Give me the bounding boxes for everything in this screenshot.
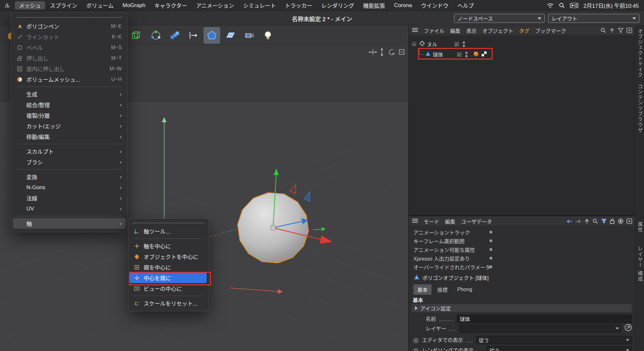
hamburger-menu-icon[interactable] [412,28,418,33]
dock-tab-layers[interactable]: レイヤー [637,246,643,268]
am-add-panel-icon[interactable] [627,218,632,224]
menubar-item-mograph[interactable]: MoGraph [118,1,150,10]
om-menu-tags[interactable]: タグ [519,27,529,34]
name-input[interactable] [457,315,632,323]
menu-item-polygon-pen[interactable]: ポリゴンペンM~E [13,21,126,32]
state-dot[interactable] [489,231,492,234]
icon-settings-group[interactable]: アイコン設定 [412,304,632,312]
blue-cubes-icon[interactable] [166,27,183,44]
submenu-item-center-to-parent[interactable]: 親を中心に [130,262,207,272]
om-filter-icon[interactable] [618,28,623,33]
flag-xpresso[interactable]: Xpresso 入出力設定あり [413,254,552,263]
flag-keyframe-selection[interactable]: キーフレーム選択範囲 [413,236,552,245]
menu-item-extrude[interactable]: 押し出しM~T [13,53,126,63]
tab-coordinates[interactable]: 座標 [433,284,451,295]
menubar-clock[interactable]: 2月17日(水) 午前10:45 [583,1,639,9]
menu-item-uv[interactable]: UV› [13,203,126,214]
menubar-item-mesh[interactable]: メッシュ [15,1,45,10]
submenu-item-center-axis[interactable]: 軸を中心に [130,241,207,251]
om-menu-objects[interactable]: オブジェクト [482,27,513,34]
flag-overridden[interactable]: オーバーライドされたパラメータ [413,263,552,271]
menubar-item-volume[interactable]: ボリューム [82,1,118,10]
menu-item-convert[interactable]: 変換› [13,171,126,182]
menu-tearoff-handle[interactable] [133,223,204,223]
menu-item-bevel[interactable]: ベベルM~S [13,42,126,53]
submenu-item-reset-scale[interactable]: スケールをリセット... [130,298,207,309]
parent-up-icon[interactable] [584,219,589,224]
dock-tab-content-browser[interactable]: コンテンツブラウザ [637,84,643,133]
material-tag-icon[interactable] [473,51,479,58]
override-ring-icon[interactable] [413,348,418,351]
menu-item-axis[interactable]: 軸› [13,218,126,229]
texture-tag-icon[interactable] [481,51,487,58]
visibility-dots[interactable] [465,52,468,57]
menu-item-ngons[interactable]: N-Gons› [13,182,126,193]
menubar-item-tracker[interactable]: トラッカー [281,1,317,10]
dock-tab-attributes[interactable]: 属性 [637,222,643,233]
menu-tearoff-handle[interactable] [16,17,122,18]
state-dot[interactable] [489,248,492,251]
am-menu-edit[interactable]: 編集 [445,217,455,225]
menubar-item-window[interactable]: ウインドウ [417,1,452,10]
atom-array-icon[interactable] [147,27,164,44]
control-center-icon[interactable] [570,3,578,8]
flag-animation-track[interactable]: アニメーショントラック [413,228,552,236]
menu-item-cut-edge[interactable]: カット/エッジ› [13,121,126,131]
om-add-panel-icon[interactable] [627,28,632,33]
wifi-icon[interactable] [547,3,554,8]
dock-tab-takes[interactable]: テイク [637,61,643,78]
om-menu-bookmarks[interactable]: ブックマーク [535,27,566,34]
om-menu-file[interactable]: ファイル [424,27,444,34]
history-back-icon[interactable] [566,219,572,224]
menu-item-normals[interactable]: 法線› [13,193,126,203]
dock-tab-structure[interactable]: 構成 [637,271,643,282]
record-state-icon[interactable] [618,218,623,224]
editor-visibility-dropdown[interactable]: 従う [476,336,632,344]
object-row-sphere[interactable]: 球体 [412,50,631,59]
am-filter-icon[interactable] [601,218,607,224]
override-ring-icon[interactable] [413,338,418,343]
gizmo-center-handle[interactable] [271,226,275,230]
history-forward-icon[interactable] [575,219,581,224]
layout-select[interactable]: レイアウト [548,14,639,23]
om-menu-edit[interactable]: 編集 [450,27,460,34]
light-bulb-icon[interactable] [260,27,276,44]
am-menu-mode[interactable]: モード [424,217,439,225]
om-up-level-icon[interactable] [609,28,615,33]
submenu-item-center-to-view[interactable]: ビューの中心に [130,283,207,294]
am-menu-userdata[interactable]: ユーザデータ [461,217,492,225]
submenu-item-axis-tool[interactable]: 軸ツール... [130,226,207,236]
menubar-item-file[interactable]: ル [0,1,14,10]
submenu-item-center-parent-highlighted[interactable]: 中心を親に [130,272,207,283]
menubar-item-help[interactable]: ヘルプ [453,1,478,10]
snap-arrow-icon[interactable] [185,27,202,44]
menu-item-generate[interactable]: 生成› [13,89,126,99]
menu-item-move-edit[interactable]: 移動/編集› [13,131,126,142]
menu-item-extrude-inner[interactable]: 面内に押し出しM~W [13,63,126,74]
menubar-item-render[interactable]: レンダリング [317,1,358,10]
state-dot[interactable] [489,257,492,260]
menubar-item-simulate[interactable]: シミュレート [239,1,280,10]
menu-item-clone-split[interactable]: 複製/分離› [13,110,126,121]
om-search-icon[interactable] [601,28,606,33]
menu-item-line-cut[interactable]: ラインカットK~K [13,32,126,42]
dock-tab-objects[interactable]: オブジェクト [637,29,643,61]
menu-item-combine[interactable]: 結合/整理› [13,99,126,110]
om-menu-view[interactable]: 表示 [466,27,477,34]
lock-icon[interactable] [610,218,615,224]
menubar-item-character[interactable]: キャラクター [150,1,191,10]
am-search-icon[interactable] [592,218,598,224]
camera-icon[interactable] [241,27,258,44]
tab-phong[interactable]: Phong [453,285,476,294]
edit-toggle[interactable] [455,42,459,46]
layer-picker-button[interactable] [624,324,632,333]
hamburger-menu-icon[interactable] [412,218,418,224]
flag-animatable[interactable]: アニメーション可能な属性 [413,245,552,254]
menu-item-sculpt[interactable]: スカルプト› [13,146,126,157]
tab-basic[interactable]: 基本 [413,284,431,295]
menubar-item-animation[interactable]: アニメーション [192,1,238,10]
visibility-dots[interactable] [463,42,465,47]
menubar-item-spline[interactable]: スプライン [46,1,81,10]
menu-item-volume-mesh[interactable]: ボリュームメッシュ...U~H [13,74,126,85]
node-space-select[interactable]: ノードスペース [454,14,545,23]
